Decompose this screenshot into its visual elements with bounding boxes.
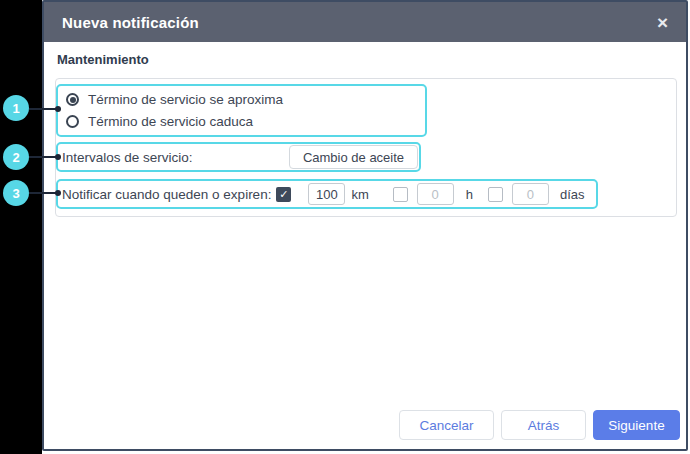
callout-connector-3 <box>29 192 59 194</box>
radio-option-approaching[interactable]: Término de servicio se aproxima <box>66 92 425 107</box>
km-checkbox[interactable]: ✓ <box>276 187 291 202</box>
radio-selected-icon[interactable] <box>66 93 79 106</box>
km-value-input[interactable] <box>308 183 345 205</box>
radio-option-expired[interactable]: Término de servicio caduca <box>66 114 425 129</box>
service-interval-select[interactable]: Cambio de aceite <box>289 145 418 169</box>
radio-unselected-icon[interactable] <box>66 115 79 128</box>
service-term-radio-group: Término de servicio se aproxima Término … <box>56 84 427 137</box>
close-icon[interactable]: × <box>657 13 668 32</box>
hours-value-input[interactable] <box>417 183 454 205</box>
new-notification-dialog: Nueva notificación × Mantenimiento Térmi… <box>42 0 688 451</box>
hours-unit-label: h <box>466 187 473 202</box>
dialog-title: Nueva notificación <box>62 14 199 31</box>
screenshot-canvas: Nueva notificación × Mantenimiento Térmi… <box>0 0 690 454</box>
days-unit-label: días <box>560 187 585 202</box>
radio-option-label: Término de servicio se aproxima <box>88 92 283 107</box>
dialog-footer: Cancelar Atrás Siguiente <box>399 410 680 440</box>
callout-badge-1: 1 <box>3 95 29 121</box>
back-button[interactable]: Atrás <box>501 410 586 440</box>
notify-label: Notificar cuando queden o expiren: <box>62 187 271 202</box>
cancel-button[interactable]: Cancelar <box>399 410 494 440</box>
callout-badge-3: 3 <box>3 180 29 206</box>
annotation-background <box>0 0 42 454</box>
section-title: Mantenimiento <box>57 52 149 67</box>
callout-badge-2: 2 <box>3 144 29 170</box>
notify-threshold-row: Notificar cuando queden o expiren: ✓ km … <box>56 179 598 209</box>
dialog-header: Nueva notificación × <box>44 2 686 42</box>
hours-checkbox[interactable] <box>393 187 408 202</box>
km-unit-label: km <box>351 187 368 202</box>
callout-connector-1 <box>29 108 59 110</box>
days-value-input[interactable] <box>512 183 549 205</box>
radio-option-label: Término de servicio caduca <box>88 114 253 129</box>
service-interval-row: Intervalos de servicio: Cambio de aceite <box>56 142 421 172</box>
service-interval-label: Intervalos de servicio: <box>62 150 193 165</box>
callout-connector-2 <box>29 156 59 158</box>
next-button[interactable]: Siguiente <box>593 410 680 440</box>
days-checkbox[interactable] <box>488 187 503 202</box>
